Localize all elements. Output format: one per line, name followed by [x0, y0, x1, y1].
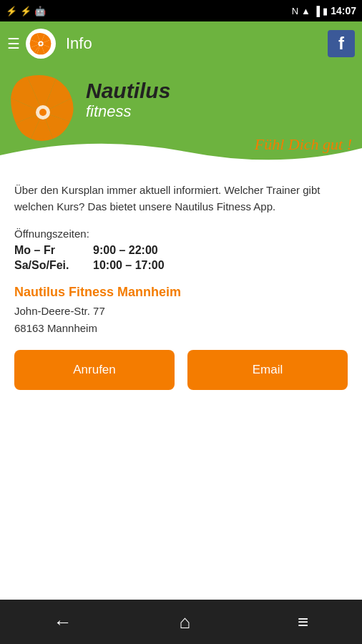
usb-icon: ⚡ [6, 6, 17, 16]
top-bar-left: ☰ Info [7, 29, 92, 59]
opening-row-1: Mo – Fr 9:00 – 22:00 [14, 244, 348, 257]
status-icons-right: N ▲ ▐ ▮ 14:07 [292, 5, 356, 16]
facebook-button[interactable]: f [328, 30, 355, 57]
email-button[interactable]: Email [187, 350, 348, 390]
page-title: Info [66, 34, 92, 53]
top-bar: ☰ Info [0, 21, 362, 66]
opening-day-1: Mo – Fr [14, 244, 93, 257]
hero-logo-svg [7, 73, 79, 152]
location-section: Nautilus Fitness Mannheim John-Deere-Str… [14, 285, 348, 337]
nfc-icon: N [292, 6, 298, 16]
menu-button[interactable]: ≡ [283, 605, 323, 639]
address-line-1: John-Deere-Str. 77 [14, 305, 105, 317]
status-bar: ⚡ ⚡ 🤖 N ▲ ▐ ▮ 14:07 [0, 0, 362, 21]
brand-name: Nautilus [86, 79, 170, 102]
location-name: Nautilus Fitness Mannheim [14, 285, 348, 300]
hero-banner: Nautilus fitness Fühl Dich gut ! [0, 66, 362, 170]
app-logo [26, 29, 56, 59]
opening-day-2: Sa/So/Fei. [14, 259, 93, 272]
android-icon: 🤖 [34, 6, 46, 16]
logo-svg [28, 31, 54, 57]
bottom-nav: ← ⌂ ≡ [0, 600, 362, 644]
home-button[interactable]: ⌂ [165, 605, 205, 639]
svg-point-4 [39, 109, 47, 116]
address-line-2: 68163 Mannheim [14, 322, 97, 334]
opening-label: Öffnungszeiten: [14, 228, 348, 240]
wifi-icon: ▲ [301, 6, 310, 16]
status-icons-left: ⚡ ⚡ 🤖 [6, 6, 46, 16]
location-address: John-Deere-Str. 77 68163 Mannheim [14, 303, 348, 337]
usb2-icon: ⚡ [20, 6, 31, 16]
brand-fitness: fitness [86, 102, 170, 121]
svg-point-2 [39, 42, 42, 45]
hero-logo [7, 73, 79, 155]
opening-row-2: Sa/So/Fei. 10:00 – 17:00 [14, 259, 348, 272]
battery-icon: ▮ [323, 6, 328, 16]
intro-text: Über den Kursplan immer aktuell informie… [14, 182, 348, 215]
opening-time-1: 9:00 – 22:00 [93, 244, 158, 257]
status-time: 14:07 [331, 5, 356, 16]
call-button[interactable]: Anrufen [14, 350, 175, 390]
brand-text: Nautilus fitness [86, 79, 170, 121]
main-content: Über den Kursplan immer aktuell informie… [0, 170, 362, 397]
tagline: Fühl Dich gut ! [255, 135, 352, 154]
opening-time-2: 10:00 – 17:00 [93, 259, 165, 272]
signal-icon: ▐ [313, 6, 320, 16]
buttons-row: Anrufen Email [14, 350, 348, 390]
back-button[interactable]: ← [39, 605, 87, 639]
hamburger-icon[interactable]: ☰ [7, 35, 20, 52]
